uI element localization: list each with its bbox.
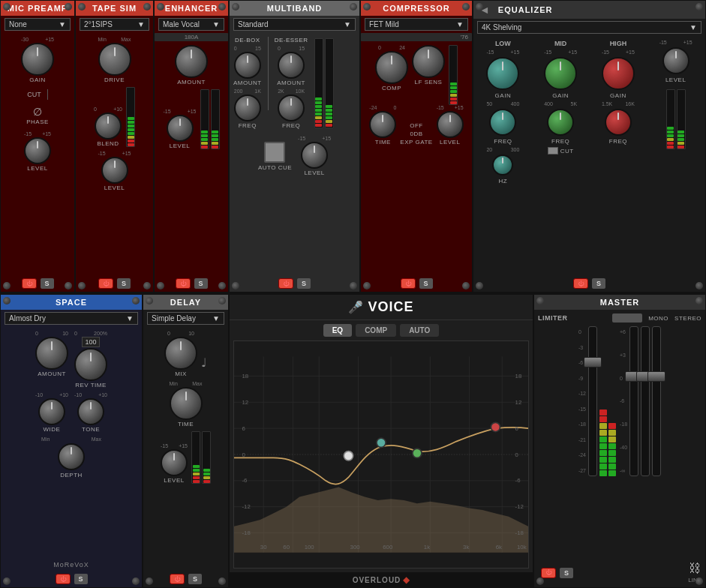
master-s-button[interactable]: S — [560, 568, 573, 578]
note-icon[interactable]: ♩ — [201, 356, 207, 370]
svg-text:300: 300 — [350, 544, 361, 550]
drive-knob[interactable] — [98, 43, 131, 76]
time-knob[interactable] — [369, 111, 396, 138]
stereo-scale: +6 +3 0 -6 -18 -40 -∞ — [620, 326, 627, 476]
space-power-button[interactable]: ⏻ — [56, 574, 71, 584]
rev-time-label: REV TIME — [75, 382, 107, 388]
delay-dropdown[interactable]: Simple Delay ▼ — [147, 312, 224, 325]
enhancer-s-button[interactable]: S — [194, 278, 208, 289]
mic-preamp-footer: ⏻ S — [1, 275, 74, 292]
enhancer-amount-knob[interactable] — [175, 45, 208, 78]
enhancer-level-knob-container: -15 +15 LEVEL — [164, 109, 197, 149]
space-tone-knob[interactable] — [77, 398, 104, 425]
mic-preamp-content: -30 +15 GAIN CUT ∅ PHASE -15 — [1, 33, 74, 275]
delay-mix-knob[interactable] — [164, 337, 197, 370]
rev-time-knob[interactable] — [74, 348, 107, 381]
cut-checkbox[interactable] — [548, 147, 558, 154]
blend-knob[interactable] — [95, 112, 122, 140]
svg-text:600: 600 — [383, 544, 393, 550]
tape-sim-footer: ⏻ S — [76, 275, 153, 292]
voice-tab-comp[interactable]: COMP — [356, 324, 396, 337]
corner-screw-br — [462, 282, 470, 290]
eq-level-knob[interactable] — [662, 47, 689, 74]
multiband-power-button[interactable]: ⏻ — [278, 278, 293, 289]
comp-knob[interactable] — [375, 51, 408, 84]
gain-knob[interactable] — [21, 43, 54, 76]
enhancer-dropdown[interactable]: Male Vocal ▼ — [158, 18, 224, 31]
tape-sim-s-button[interactable]: S — [117, 278, 131, 289]
mic-preamp-power-button[interactable]: ⏻ — [22, 278, 37, 289]
mic-preamp-s-button[interactable]: S — [41, 278, 54, 289]
compressor-s-button[interactable]: S — [419, 278, 433, 289]
corner-screw-tl — [232, 3, 239, 10]
corner-screw-tr — [143, 3, 151, 10]
de-box-freq-knob[interactable] — [234, 94, 261, 122]
compressor-module: COMPRESSOR FET Mild ▼ '76 0 24 COMP — [360, 0, 473, 292]
de-box-amount-knob[interactable] — [234, 52, 261, 79]
de-esser-amount-knob[interactable] — [278, 52, 305, 79]
tape-sim-dropdown[interactable]: 2°1SIPS ▼ — [80, 18, 149, 31]
eq-high-freq-knob[interactable] — [605, 109, 632, 136]
space-amount-knob[interactable] — [35, 337, 68, 370]
mono-stereo-switch[interactable] — [612, 314, 642, 322]
tape-sim-power-button[interactable]: ⏻ — [98, 278, 113, 289]
level-knob[interactable] — [24, 137, 51, 164]
eq-low-hz-knob[interactable] — [492, 154, 513, 176]
comp-level-knob[interactable] — [437, 111, 464, 138]
multiband-level-knob[interactable] — [301, 142, 328, 169]
multiband-dropdown[interactable]: Standard ▼ — [233, 18, 356, 31]
eq-low-freq-knob[interactable] — [489, 109, 516, 136]
limiter-fader-handle[interactable] — [584, 357, 602, 368]
enhancer-power-button[interactable]: ⏻ — [176, 278, 191, 289]
space-wide-knob-container: -10 +10 WIDE — [35, 392, 68, 433]
space-s-button[interactable]: S — [74, 574, 88, 584]
eq-low-band: LOW -15 +15 GAIN 50 400 FREQ — [486, 40, 519, 184]
de-esser-freq-knob[interactable] — [278, 94, 305, 122]
equalizer-s-button[interactable]: S — [592, 278, 605, 289]
equalizer-power-button[interactable]: ⏻ — [573, 278, 588, 289]
space-depth-knob[interactable] — [58, 443, 85, 470]
master-power-button[interactable]: ⏻ — [541, 568, 556, 578]
corner-screw-br — [695, 282, 703, 290]
compressor-header: COMPRESSOR — [361, 1, 472, 16]
eq-mid-freq-knob[interactable] — [547, 109, 574, 136]
stereo-fader-3-handle[interactable] — [647, 371, 665, 382]
eq-graph: 30 60 100 300 600 1k 3k 6k 10k 18 12 6 0… — [233, 340, 529, 568]
compressor-power-button[interactable]: ⏻ — [401, 278, 416, 289]
delay-level-knob[interactable] — [161, 449, 188, 476]
exp-gate-label: EXP GATE — [400, 139, 432, 146]
delay-s-button[interactable]: S — [188, 574, 202, 584]
overloud-logo-section: OVERLOUD ◆ — [230, 572, 533, 587]
space-dropdown[interactable]: Almost Dry ▼ — [5, 312, 138, 325]
corner-screw-tl — [146, 297, 153, 304]
overloud-logo: OVERLOUD — [353, 576, 401, 584]
link-icon[interactable]: ⛓ — [689, 562, 701, 575]
chevron-down-icon: ▼ — [126, 314, 134, 322]
multiband-s-button[interactable]: S — [297, 278, 311, 289]
voice-tab-eq[interactable]: EQ — [323, 324, 352, 337]
eq-low-gain-knob[interactable] — [486, 57, 519, 90]
delay-time-knob[interactable] — [170, 387, 203, 420]
eq-high-band: HIGH -15 +15 GAIN 1.5K 16K FREQ — [602, 40, 635, 184]
cut-button[interactable]: CUT — [27, 91, 41, 98]
enhancer-level-knob[interactable] — [167, 115, 194, 142]
lf-sens-knob[interactable] — [412, 45, 445, 78]
bottom-row: SPACE Almost Dry ▼ 0 10 AMOUNT — [0, 294, 706, 588]
limiter-fader-track — [588, 326, 597, 476]
voice-tab-auto[interactable]: AUTO — [400, 324, 439, 337]
tape-level-knob[interactable] — [101, 157, 128, 184]
space-header: SPACE — [1, 295, 142, 310]
space-wide-knob[interactable] — [38, 398, 65, 425]
compressor-dropdown[interactable]: FET Mild ▼ — [365, 18, 468, 31]
equalizer-dropdown[interactable]: 4K Shelving ▼ — [477, 21, 701, 34]
mic-preamp-dropdown[interactable]: None ▼ — [5, 18, 71, 31]
corner-screw-tl — [3, 3, 11, 10]
corner-screw-bl — [157, 282, 164, 290]
eq-mid-gain-knob[interactable] — [544, 57, 577, 90]
corner-screw-bl — [232, 282, 239, 290]
auto-cue-button[interactable] — [264, 142, 285, 163]
delay-time-label: TIME — [178, 421, 194, 428]
diamond-icon: ◆ — [403, 574, 410, 585]
eq-high-gain-knob[interactable] — [602, 57, 635, 90]
delay-power-button[interactable]: ⏻ — [170, 574, 185, 584]
